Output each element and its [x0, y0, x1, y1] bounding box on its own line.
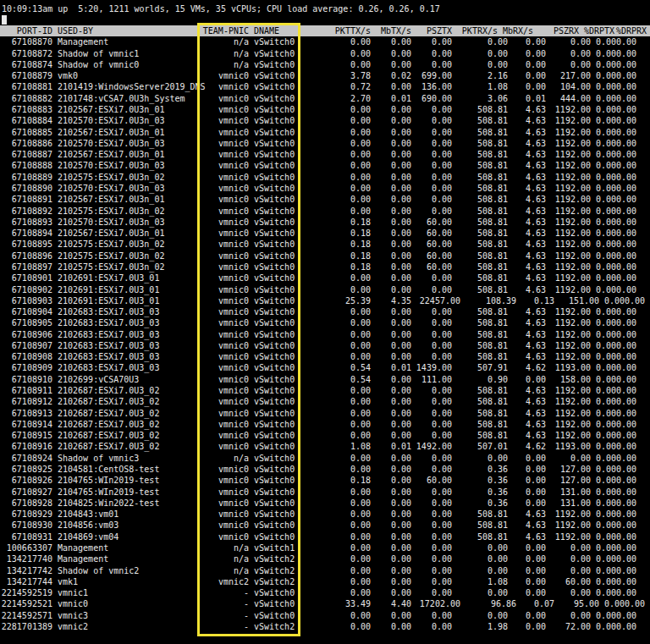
- cell-dname: vSwitch2: [254, 553, 295, 564]
- cell-port: 67108928: [0, 498, 52, 509]
- cell-port: 67108924: [0, 453, 52, 464]
- cell-mbrx: 4.63: [505, 127, 546, 138]
- cell-port: 67108915: [0, 430, 52, 441]
- cell-mbrx: 4.63: [505, 284, 546, 295]
- cell-pktrx: 0.00: [457, 59, 508, 70]
- table-row: 671088852102567:ESXi7.0U3n_01vmnic0vSwit…: [0, 127, 650, 138]
- table-row: 671088892102575:ESXi7.0U3n_02vmnic0vSwit…: [0, 172, 650, 183]
- cell-mbrx: 4.63: [505, 351, 546, 362]
- cell-drprx: 0.00: [604, 351, 636, 362]
- cell-pktrx: 508.81: [457, 509, 508, 520]
- cell-drprx: 0.00: [604, 284, 636, 295]
- cell-drprx: 0.00: [604, 520, 636, 531]
- cell-psztx: 17202.00: [399, 598, 460, 609]
- cell-port: 67108930: [0, 520, 52, 531]
- cell-psztx: 0.00: [391, 621, 452, 632]
- cell-pktrx: 0.36: [457, 498, 508, 509]
- cell-mbrx: 0.00: [505, 374, 546, 385]
- cell-psztx: 0.00: [391, 576, 452, 587]
- cell-team: vmnic0: [195, 115, 249, 126]
- table-row: 671089312104869:vm04vmnic0vSwitch00.000.…: [0, 531, 650, 542]
- cell-psztx: 0.00: [391, 565, 452, 576]
- cell-drprx: 0.00: [604, 430, 636, 441]
- cell-mbrx: 0.00: [505, 70, 546, 81]
- cell-pktrx: 508.81: [457, 172, 508, 183]
- cell-psztx: 0.00: [391, 498, 452, 509]
- cell-dname: vSwitch0: [254, 239, 295, 250]
- cell-mbrx: 0.00: [505, 542, 546, 553]
- column-header-drptx: %DRPTX: [582, 25, 614, 36]
- table-row: 134217740Managementn/avSwitch20.000.000.…: [0, 553, 650, 564]
- table-row: 671089282104825:Win2022-testvmnic0vSwitc…: [0, 498, 650, 509]
- cell-psztx: 0.00: [391, 206, 452, 217]
- cell-mbrx: 4.63: [505, 385, 546, 396]
- cell-team: vmnic0: [195, 520, 249, 531]
- cell-mbrx: 4.63: [505, 306, 546, 317]
- cell-mbrx: 4.63: [505, 509, 546, 520]
- column-header-psztx: PSZTX: [391, 25, 452, 36]
- cell-psztx: 0.00: [391, 317, 452, 328]
- cell-dname: vSwitch0: [254, 396, 295, 407]
- cell-mbrx: 0.01: [505, 93, 546, 104]
- cell-dname: vSwitch0: [254, 441, 295, 452]
- cell-pktrx: 508.81: [457, 194, 508, 205]
- cell-mbrx: 4.63: [505, 183, 546, 194]
- cell-team: vmnic0: [195, 306, 249, 317]
- cell-pktrx: 508.81: [457, 261, 508, 272]
- cell-team: vmnic0: [195, 261, 249, 272]
- cell-used: 2102567:ESXi7.0U3n_01: [58, 104, 164, 115]
- table-row: 671089292104843:vm01vmnic0vSwitch00.000.…: [0, 509, 650, 520]
- cell-team: vmnic0: [195, 408, 249, 419]
- cell-team: vmnic0: [195, 385, 249, 396]
- cell-psztx: 0.00: [391, 127, 452, 138]
- cell-dname: vSwitch0: [254, 374, 295, 385]
- cell-dname: vSwitch0: [254, 419, 295, 430]
- table-row: 100663307Managementn/avSwitch10.000.000.…: [0, 542, 650, 553]
- column-header-team-pnic: TEAM-PNIC: [195, 25, 249, 36]
- table-row: 671088872102567:ESXi7.0U3n_01vmnic0vSwit…: [0, 149, 650, 160]
- cell-mbrx: 0.00: [505, 453, 546, 464]
- cell-team: vmnic0: [195, 272, 249, 283]
- cell-drprx: 0.00: [604, 127, 636, 138]
- cell-team: vmnic0: [195, 127, 249, 138]
- cell-used: 2104765:WIn2019-test: [58, 475, 159, 486]
- cell-dname: vSwitch0: [254, 36, 295, 47]
- cell-dname: vSwitch0: [254, 160, 295, 171]
- cell-drprx: 0.00: [604, 149, 636, 160]
- cell-pktrx: 507.91: [457, 362, 508, 373]
- cell-used: 2102570:ESXi7.0U3n_03: [58, 138, 164, 149]
- table-row: 671088912102567:ESXi7.0U3n_01vmnic0vSwit…: [0, 194, 650, 205]
- cell-mbrx: 0.00: [505, 565, 546, 576]
- cell-dname: vSwitch0: [254, 115, 295, 126]
- column-header-pszrx: PSZRX: [530, 25, 579, 36]
- cell-used: 2102683:ESXi7.0U3_03: [58, 362, 159, 373]
- cell-dname: vSwitch0: [254, 430, 295, 441]
- cell-drprx: 0.00: [604, 115, 636, 126]
- cell-used: 2104581:CentOS8-test: [58, 464, 159, 475]
- cell-pktrx: 508.81: [457, 272, 508, 283]
- cell-mbrx: 4.63: [505, 272, 546, 283]
- cell-drprx: 0.00: [604, 498, 636, 509]
- cell-dname: vSwitch0: [254, 261, 295, 272]
- cell-port: 67108925: [0, 464, 52, 475]
- cell-pktrx: 508.81: [457, 183, 508, 194]
- cell-team: vmnic0: [195, 70, 249, 81]
- table-row: 671089082102683:ESXi7.0U3_03vmnic0vSwitc…: [0, 351, 650, 362]
- cell-drprx: 0.00: [604, 172, 636, 183]
- cell-drprx: 0.00: [604, 487, 636, 498]
- cell-drprx: 0.00: [604, 194, 636, 205]
- column-header-dname: DNAME: [254, 25, 279, 36]
- cell-psztx: 0.00: [391, 385, 452, 396]
- esxtop-terminal-screen[interactable]: 10:09:13am up 5:20, 1211 worlds, 15 VMs,…: [0, 0, 650, 644]
- cell-team: n/a: [195, 565, 249, 576]
- cell-mbrx: 0.00: [505, 576, 546, 587]
- cell-psztx: 60.00: [391, 228, 452, 239]
- cell-used: Shadow of vmnic3: [58, 453, 139, 464]
- cell-team: vmnic0: [195, 138, 249, 149]
- cell-port: 67108889: [0, 172, 52, 183]
- cell-mbrx: 0.00: [505, 553, 546, 564]
- cell-dname: vSwitch0: [254, 317, 295, 328]
- cell-psztx: 0.00: [391, 194, 452, 205]
- cell-used: 2102575:ESXi7.0U3n_02: [58, 172, 164, 183]
- cell-mbrx: 4.63: [505, 228, 546, 239]
